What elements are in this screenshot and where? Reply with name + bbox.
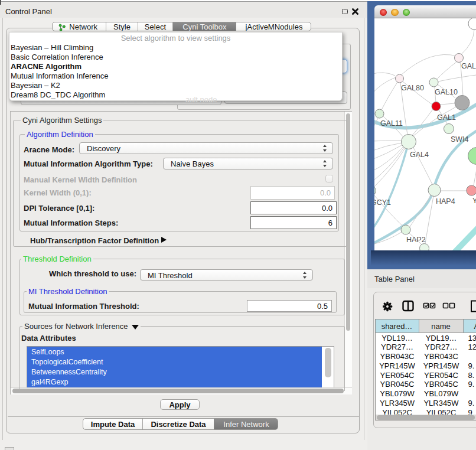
svg-text:GAL1: GAL1	[437, 113, 456, 122]
svg-text:GAL11: GAL11	[380, 119, 403, 128]
svg-text:HAP4: HAP4	[436, 197, 455, 206]
svg-text:GAL80: GAL80	[401, 84, 424, 92]
svg-text:SWI4: SWI4	[451, 135, 469, 144]
svg-text:GAL2: GAL2	[461, 62, 476, 70]
svg-text:GCY1: GCY1	[374, 198, 391, 207]
svg-text:GAL10: GAL10	[435, 88, 458, 96]
svg-text:Y: Y	[472, 197, 476, 205]
svg-text:GAL4: GAL4	[410, 151, 429, 159]
svg-text:HAP2: HAP2	[406, 236, 426, 244]
